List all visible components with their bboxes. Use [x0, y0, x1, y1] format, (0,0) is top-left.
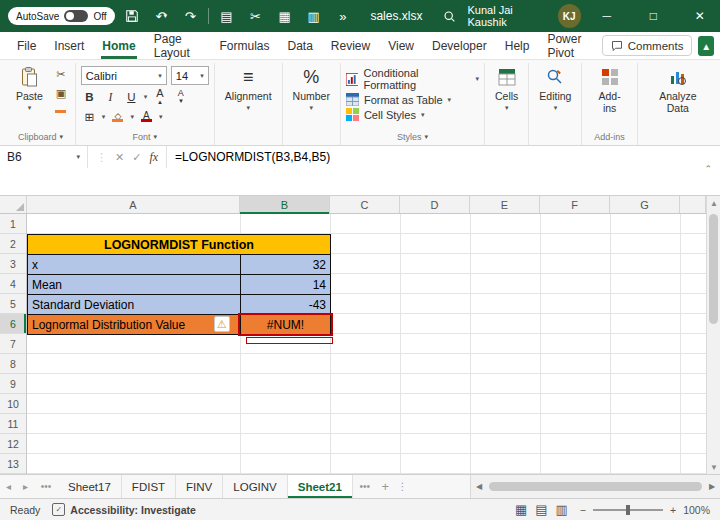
document-title[interactable]: sales.xlsx: [370, 9, 422, 23]
scroll-down-icon[interactable]: ▼: [707, 460, 720, 474]
error-warning-icon[interactable]: ⚠: [214, 316, 230, 332]
autosave-toggle[interactable]: AutoSave Off: [8, 7, 115, 25]
account-chip[interactable]: Kunal Jai Kaushik KJ: [468, 4, 581, 28]
borders-button[interactable]: ⊞: [81, 108, 98, 125]
cell-a5[interactable]: Standard Deviation: [27, 294, 241, 315]
increase-font-button[interactable]: A▲: [151, 88, 168, 105]
zoom-out-icon[interactable]: −: [580, 504, 586, 516]
formula-input[interactable]: =LOGNORMDIST(B3,B4,B5): [167, 150, 338, 164]
cut-icon[interactable]: ✂: [244, 4, 267, 28]
sheet-tab-finv[interactable]: FINV: [176, 475, 223, 498]
zoom-slider[interactable]: [593, 509, 663, 511]
tab-view[interactable]: View: [379, 32, 423, 59]
maximize-button[interactable]: □: [633, 0, 673, 32]
page-break-view-icon[interactable]: ▥: [556, 502, 568, 517]
alignment-button[interactable]: ≡ Alignment ▾: [220, 63, 277, 115]
tab-insert[interactable]: Insert: [45, 32, 93, 59]
cancel-icon[interactable]: ✕: [115, 151, 124, 164]
sheet-tab-sheet21-active[interactable]: Sheet21: [288, 475, 353, 498]
row-header-10[interactable]: 10: [0, 394, 26, 414]
row-header-9[interactable]: 9: [0, 374, 26, 394]
addins-button[interactable]: Add-ins: [587, 63, 631, 117]
zoom-in-icon[interactable]: +: [670, 504, 676, 516]
cell-b5[interactable]: -43: [240, 294, 331, 315]
format-as-table-button[interactable]: Format as Table▾: [346, 93, 479, 106]
new-sheet-button[interactable]: +: [377, 475, 394, 498]
tab-file[interactable]: File: [8, 32, 45, 59]
quick-access-icon-1[interactable]: ▤: [215, 4, 238, 28]
quick-access-icon-2[interactable]: ▦: [273, 4, 296, 28]
tab-review[interactable]: Review: [322, 32, 379, 59]
share-button[interactable]: ▲: [698, 36, 714, 56]
tab-home[interactable]: Home: [93, 32, 144, 59]
sheet-tab-loginv[interactable]: LOGINV: [223, 475, 287, 498]
cell-a2-title[interactable]: LOGNORMDIST Function: [27, 234, 331, 255]
search-button[interactable]: [438, 4, 461, 28]
column-header-e[interactable]: E: [470, 196, 540, 213]
row-header-12[interactable]: 12: [0, 434, 26, 454]
cell-a4[interactable]: Mean: [27, 274, 241, 295]
sheet-more-left[interactable]: •••: [34, 475, 58, 498]
tab-data[interactable]: Data: [279, 32, 322, 59]
insert-function-button[interactable]: fx: [149, 150, 158, 165]
tab-power-pivot[interactable]: Power Pivot: [538, 32, 601, 59]
row-header-1[interactable]: 1: [0, 214, 26, 234]
comments-button[interactable]: Comments: [602, 35, 693, 56]
sheet-tab-sheet17[interactable]: Sheet17: [58, 475, 122, 498]
row-header-3[interactable]: 3: [0, 254, 26, 274]
font-name-select[interactable]: Calibri▾: [81, 66, 167, 85]
underline-button[interactable]: U: [123, 88, 140, 105]
tab-developer[interactable]: Developer: [423, 32, 496, 59]
row-header-7[interactable]: 7: [0, 334, 26, 354]
tab-help[interactable]: Help: [496, 32, 539, 59]
row-header-4[interactable]: 4: [0, 274, 26, 294]
row-header-11[interactable]: 11: [0, 414, 26, 434]
paste-button[interactable]: Paste ▾: [11, 63, 48, 115]
column-header-g[interactable]: G: [610, 196, 680, 213]
cell-a3[interactable]: x: [27, 254, 241, 275]
row-header-8[interactable]: 8: [0, 354, 26, 374]
cell-b3[interactable]: 32: [240, 254, 331, 275]
column-header-f[interactable]: F: [540, 196, 610, 213]
save-button[interactable]: [121, 4, 144, 28]
row-header-5[interactable]: 5: [0, 294, 26, 314]
cell-b6-active[interactable]: #NUM!: [240, 314, 331, 335]
sheet-more-right[interactable]: •••: [353, 475, 377, 498]
column-header-b[interactable]: B: [240, 196, 330, 213]
normal-view-icon[interactable]: ▦: [515, 502, 527, 517]
name-box[interactable]: B6 ▾: [0, 146, 88, 168]
page-layout-view-icon[interactable]: ▤: [535, 502, 547, 517]
quick-access-overflow[interactable]: »: [331, 4, 354, 28]
cell-styles-button[interactable]: Cell Styles▾: [346, 108, 479, 121]
conditional-formatting-button[interactable]: Conditional Formatting▾: [346, 67, 479, 91]
sheet-nav-left-icon[interactable]: ◂: [0, 475, 17, 498]
vertical-scroll-thumb[interactable]: [709, 214, 718, 324]
editing-button[interactable]: Editing ▾: [534, 63, 576, 115]
sheet-options-icon[interactable]: ⋮: [394, 475, 411, 498]
column-header-c[interactable]: C: [330, 196, 400, 213]
avatar[interactable]: KJ: [558, 4, 581, 28]
tab-formulas[interactable]: Formulas: [210, 32, 278, 59]
column-header-a[interactable]: A: [27, 196, 240, 213]
scroll-up-icon[interactable]: ▲: [707, 196, 720, 210]
horizontal-scrollbar[interactable]: ◀ ▶: [470, 475, 720, 498]
scroll-right-icon[interactable]: ▶: [704, 482, 720, 491]
fill-color-button[interactable]: ◇: [109, 108, 126, 125]
sheet-grid[interactable]: LOGNORMDIST Function x 32 Mean 14 Standa…: [27, 214, 706, 474]
accessibility-status[interactable]: ✓ Accessibility: Investigate: [52, 503, 195, 516]
redo-button[interactable]: ↷: [179, 4, 202, 28]
vertical-scrollbar[interactable]: ▲ ▼: [706, 196, 720, 474]
close-button[interactable]: ✕: [680, 0, 720, 32]
format-painter-button[interactable]: [52, 104, 70, 120]
sheet-nav-right-icon[interactable]: ▸: [17, 475, 34, 498]
horizontal-scroll-thumb[interactable]: [489, 482, 702, 491]
cell-b4[interactable]: 14: [240, 274, 331, 295]
cells-button[interactable]: Cells ▾: [490, 63, 523, 115]
column-header-partial[interactable]: [680, 196, 706, 213]
cut-button[interactable]: ✂: [52, 66, 70, 82]
font-color-button[interactable]: A: [138, 108, 155, 125]
minimize-button[interactable]: ─: [587, 0, 627, 32]
decrease-font-button[interactable]: A▼: [172, 88, 189, 105]
collapse-formula-bar-icon[interactable]: ⌃: [704, 164, 712, 174]
zoom-level[interactable]: 100%: [683, 504, 710, 516]
